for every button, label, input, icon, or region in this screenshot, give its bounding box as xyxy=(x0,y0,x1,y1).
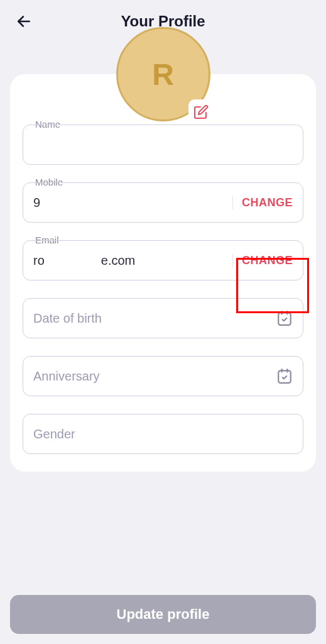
dob-placeholder: Date of birth xyxy=(33,311,102,326)
mobile-input[interactable]: 9 CHANGE xyxy=(23,182,303,223)
anniversary-input[interactable]: Anniversary xyxy=(23,356,303,396)
calendar-icon xyxy=(276,310,293,326)
calendar-icon xyxy=(276,368,293,384)
edit-icon xyxy=(193,104,209,119)
update-label: Update profile xyxy=(117,606,210,623)
email-value: ro e.com xyxy=(33,253,232,268)
anniversary-placeholder: Anniversary xyxy=(33,369,100,384)
update-profile-button[interactable]: Update profile xyxy=(10,595,316,634)
dob-input[interactable]: Date of birth xyxy=(23,298,303,338)
profile-card: R Name Mobile 9 CHANGE Email ro e.com CH… xyxy=(10,74,316,472)
mobile-value: 9 xyxy=(33,196,232,210)
email-input[interactable]: ro e.com CHANGE xyxy=(23,240,303,280)
back-arrow-icon xyxy=(16,13,32,30)
edit-avatar-button[interactable] xyxy=(188,99,214,125)
avatar-initial: R xyxy=(152,57,174,92)
name-field-group: Name xyxy=(23,125,303,165)
email-field-group: Email ro e.com CHANGE xyxy=(23,240,303,280)
gender-input[interactable]: Gender xyxy=(23,414,303,454)
name-input[interactable] xyxy=(23,125,303,165)
back-button[interactable] xyxy=(15,13,33,30)
email-change-button[interactable]: CHANGE xyxy=(232,254,293,267)
avatar-container: R xyxy=(116,27,210,121)
mobile-field-group: Mobile 9 CHANGE xyxy=(23,182,303,223)
gender-placeholder: Gender xyxy=(33,427,75,441)
svg-rect-4 xyxy=(278,370,291,383)
mobile-change-button[interactable]: CHANGE xyxy=(232,196,293,209)
svg-rect-1 xyxy=(278,313,291,325)
